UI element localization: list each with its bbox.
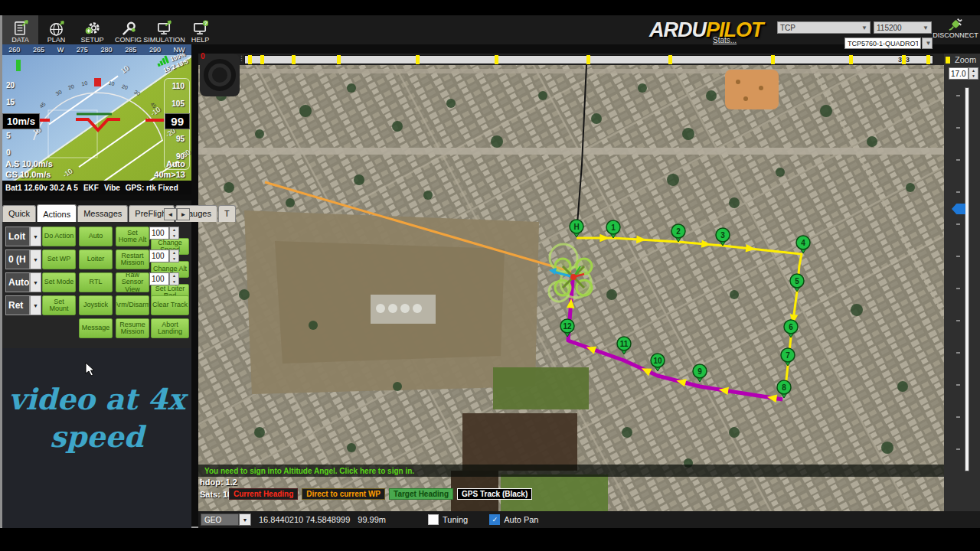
waypoint-number: 12 [563,322,572,331]
action-dropdown-2[interactable]: Auto▼ [5,272,41,292]
zoom-slider-tick [956,127,960,129]
com-port-dropdown-button[interactable]: ▼ [922,37,933,49]
action-button-rtl[interactable]: RTL [79,272,113,292]
toolbar-config[interactable]: CONFIG [110,15,146,44]
tuning-checkbox-row[interactable]: Tuning [428,514,468,525]
connection-type-dropdown[interactable]: TCP▼ [777,21,871,34]
action-dropdown-value: Ret [5,295,30,315]
mission-planner-window: DATAPLANSETUPCONFIGSIMULATION?HELP ARDUP… [0,15,980,528]
action-button-arm-disarm[interactable]: Arm/Disarm [116,295,149,315]
chevron-down-icon: ▼ [861,24,867,31]
legend-current-heading[interactable]: Current Heading [229,488,298,500]
action-button-set-mode[interactable]: Set Mode [42,272,76,292]
speed-tick: 15 [6,98,15,106]
zoom-stepper[interactable]: 17.0 ▲▼ [949,67,978,80]
legend-direct-to-current-wp[interactable]: Direct to current WP [302,488,385,500]
action-button-do-action[interactable]: Do Action [42,227,76,246]
action-stepper-2[interactable]: 100▲▼ [149,272,179,285]
action-button-clear-track[interactable]: Clear Track [151,295,189,315]
tab-t[interactable]: T [218,205,236,222]
action-dropdown-0[interactable]: Loit▼ [5,227,41,246]
altitude-angel-banner[interactable]: You need to sign into Altitude Angel. Cl… [198,465,944,477]
toolbar-plan[interactable]: PLAN [38,15,74,44]
vibe-indicator[interactable]: Vibe [104,184,120,192]
wp-distance-label: 40m>13 [154,170,185,179]
zoom-slider-tick [956,223,960,225]
gimbal-center [212,67,227,83]
stepper-spin-buttons[interactable]: ▲▼ [169,272,179,285]
action-button-set-wp[interactable]: Set WP [42,249,76,269]
roll-angle-label: 45 [38,101,47,109]
tab-scroll-right[interactable]: ► [177,208,190,220]
zoom-slider-tick [956,448,960,450]
action-button-message[interactable]: Message [79,318,113,338]
toolbar-label: CONFIG [115,36,142,44]
zoom-spin-buttons[interactable]: ▲▼ [969,67,978,80]
ekf-indicator[interactable]: EKF [83,184,99,192]
action-button-loiter[interactable]: Loiter [79,249,113,269]
baud-rate-dropdown[interactable]: 115200▼ [874,21,932,34]
roll-angle-label: 45 [149,101,158,109]
spin-down-icon: ▼ [170,256,178,262]
speed-tick: 0 [6,148,11,157]
action-button-resume-mission[interactable]: Resume Mission [116,318,149,338]
zoom-slider-tick [956,191,960,193]
waypoint-number: 10 [653,357,662,365]
action-dropdown-3[interactable]: Ret▼ [5,295,41,315]
com-port-dropdown[interactable]: TCP5760-1-QUADROT( [844,37,921,49]
action-button-raw-sensor-view[interactable]: Raw Sensor View [116,272,149,292]
toolbar-simulation[interactable]: SIMULATION [146,15,182,44]
toolbar-setup[interactable]: SETUP [74,15,110,44]
autopan-checkbox-row[interactable]: ✓ Auto Pan [489,514,538,525]
tab-messages[interactable]: Messages [77,205,128,222]
map-region: ⋮⋮ 363 0 [198,54,980,528]
legend-gps-track-black-[interactable]: GPS Track (Black) [457,488,532,500]
action-button-auto[interactable]: Auto [79,227,113,246]
waypoint-number: 9 [697,367,702,376]
config-icon [120,20,136,36]
stepper-spin-buttons[interactable]: ▲▼ [169,227,179,240]
altitude-tick: 105 [172,99,185,108]
action-button-abort-landing[interactable]: Abort Landing [151,318,189,338]
tuning-checkbox[interactable] [428,514,439,525]
action-stepper-1[interactable]: 100▲▼ [149,249,179,262]
chevron-down-icon: ▼ [30,227,41,246]
action-button-restart-mission[interactable]: Restart Mission [116,249,149,269]
hud-panel[interactable]: 1010-10-10-20-20-30-30 60453020101020304… [2,44,191,194]
tab-quick[interactable]: Quick [2,205,36,222]
altitude-tick: 95 [176,135,185,143]
satellite-map[interactable]: H123456789101112 [198,65,944,511]
zoom-slider-tick [956,352,960,354]
legend-target-heading[interactable]: Target Heading [389,488,453,500]
hud-green-marker [16,60,21,71]
waypoint-number: 4 [801,239,805,247]
tab-actions[interactable]: Actions [37,204,77,223]
zoom-slider-thumb[interactable] [952,204,965,214]
autopan-checkbox[interactable]: ✓ [489,514,500,525]
disconnect-label: DISCONNECT [933,31,978,39]
coord-system-dropdown[interactable]: GEO ▼ [201,514,251,526]
tab-scroll-left[interactable]: ◄ [164,208,177,220]
toolbar-help[interactable]: ?HELP [182,15,218,44]
zoom-slider-tick [956,159,960,161]
action-dropdown-value: 0 (H [5,249,30,269]
chevron-down-icon: ▼ [239,514,251,526]
zoom-slider-track[interactable] [965,87,969,471]
mission-progress-bar[interactable]: 363 [244,55,933,64]
toolbar-data[interactable]: DATA [2,15,38,44]
action-stepper-0[interactable]: 100▲▼ [149,227,179,240]
waypoint-number: H [573,223,579,231]
disconnect-button[interactable]: DISCONNECT [932,16,979,44]
simulation-icon [156,20,172,36]
waypoint-number: 11 [620,340,629,348]
hdop-readout: hdop: 1.2 [200,478,237,487]
flight-data-tabs: QuickActionsMessagesPreFlightGaugesT◄► [2,201,191,222]
stepper-spin-buttons[interactable]: ▲▼ [169,249,179,262]
action-button-set-home-alt[interactable]: Set Home Alt [116,227,149,246]
action-button-set-mount[interactable]: Set Mount [42,295,76,315]
action-dropdown-1[interactable]: 0 (H▼ [5,249,41,269]
stepper-value: 100 [149,249,169,262]
action-button-joystick[interactable]: Joystick [79,295,113,315]
baud-rate-value: 115200 [877,24,902,32]
stats-link[interactable]: Stats... [713,36,737,44]
